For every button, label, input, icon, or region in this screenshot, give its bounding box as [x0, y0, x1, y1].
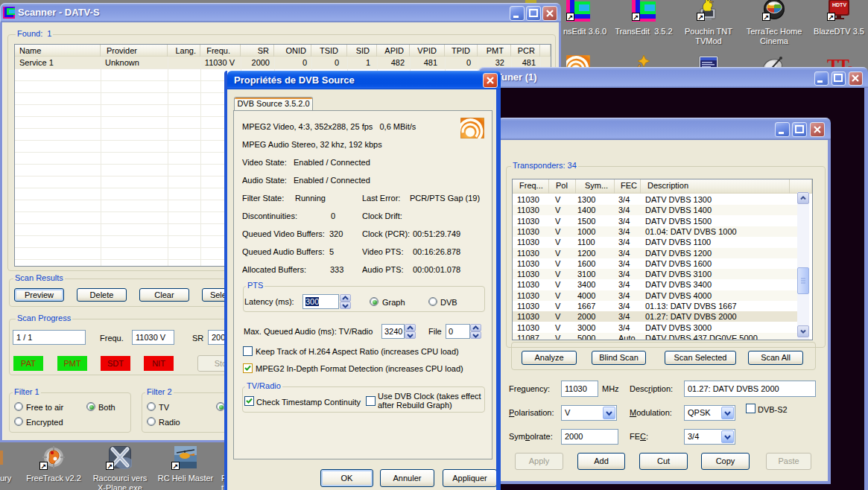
- svg-text:HDTV: HDTV: [832, 2, 846, 7]
